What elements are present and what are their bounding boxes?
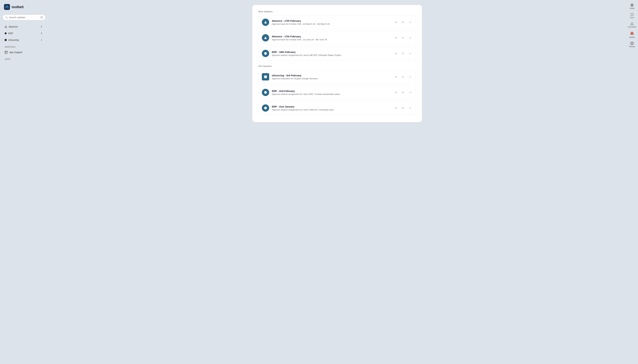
esourcing-square-icon	[5, 39, 7, 41]
old-update-card-1: eSourcing - 3rd February Approve evaluat…	[258, 70, 416, 84]
rail-item-omni[interactable]: Omni	[627, 11, 637, 20]
navigate-btn-nu3[interactable]	[393, 51, 398, 56]
logo-icon	[4, 4, 10, 10]
check-icon	[409, 36, 412, 39]
navigate-btn-ou3[interactable]	[393, 106, 398, 110]
svg-marker-6	[5, 26, 7, 28]
esourcing-icon-ou1	[264, 75, 267, 78]
sidebar-app-support-label: App Support	[9, 51, 22, 54]
launchpad-icon	[630, 22, 634, 26]
absence-icon-2	[264, 36, 267, 40]
rail-item-launchpad[interactable]: Launchpad	[627, 20, 637, 29]
sidebar-item-erp[interactable]: ERP 3	[3, 30, 46, 36]
sidebar-absence-label: Absence	[9, 26, 18, 28]
main-content: New Updates Absence - 17th February Appr…	[48, 0, 626, 364]
x-icon	[401, 75, 404, 78]
svg-line-2	[7, 18, 8, 18]
check-icon	[409, 91, 412, 94]
sidebar: toolbelt Absence 2 ERP 3	[0, 0, 48, 364]
new-update-desc-2: Approve leave for Kristian ASK. 1st June…	[272, 38, 391, 41]
svg-point-18	[264, 52, 267, 55]
content-panel: New Updates Absence - 17th February Appr…	[252, 5, 422, 122]
search-input[interactable]	[9, 16, 39, 19]
search-bar[interactable]	[3, 14, 46, 20]
new-update-title-3: ERP - 16th February	[272, 50, 391, 54]
sidebar-item-esourcing[interactable]: eSourcing 1	[3, 37, 46, 43]
absence-icon-1	[264, 20, 267, 24]
esourcing-badge: 1	[39, 38, 44, 42]
dismiss-btn-ou1[interactable]	[401, 75, 405, 79]
new-update-title-1: Absence - 17th February	[272, 20, 391, 22]
approve-btn-nu1[interactable]	[408, 20, 412, 24]
old-update-desc-3: Approve retainer assignment for Juan CAR…	[272, 108, 391, 111]
services-section-title: Services	[3, 44, 46, 49]
settings-gear-icon	[630, 42, 634, 45]
dismiss-btn-nu3[interactable]	[401, 51, 405, 56]
approve-btn-nu2[interactable]	[408, 36, 412, 40]
x-icon	[401, 106, 404, 110]
update-avatar-ou1	[262, 73, 269, 80]
sidebar-item-absence[interactable]: Absence 2	[3, 24, 46, 30]
svg-marker-37	[631, 22, 633, 25]
rail-settings-label: Settings	[629, 46, 635, 48]
new-update-desc-1: Approve leave for Kristian ASK. 1st Marc…	[272, 23, 391, 25]
arrow-right-icon	[394, 52, 397, 55]
rail-updates-label: Updates	[629, 36, 635, 38]
new-update-title-2: Absence - 17th February	[272, 35, 391, 38]
absence-triangle-icon	[5, 26, 7, 28]
dismiss-btn-nu1[interactable]	[401, 20, 405, 24]
icon-rail: Global Omni Launchpad 6 Updates Settings	[626, 0, 638, 364]
rail-item-global[interactable]: Global	[627, 2, 637, 10]
navigate-btn-nu2[interactable]	[393, 36, 398, 40]
dismiss-btn-nu2[interactable]	[401, 36, 405, 40]
erp-icon-ou2	[264, 91, 267, 94]
rail-item-settings[interactable]: Settings	[627, 40, 637, 49]
approve-btn-ou3[interactable]	[408, 106, 412, 110]
old-update-card-3: ERP - 31st January Approve retainer assi…	[258, 101, 416, 115]
erp-icon-ou3	[264, 106, 267, 110]
logo-text: toolbelt	[12, 5, 24, 9]
arrow-right-icon	[394, 36, 397, 39]
old-updates-section: Old Updates eSourcing - 3rd February App…	[258, 65, 416, 115]
dismiss-btn-ou3[interactable]	[401, 106, 405, 110]
approve-btn-ou2[interactable]	[408, 90, 412, 94]
arrow-right-icon	[394, 75, 397, 78]
rail-launchpad-label: Launchpad	[628, 26, 636, 28]
old-update-desc-1: Approve evaluation for Graphic Design Se…	[272, 77, 391, 80]
x-icon	[401, 52, 404, 55]
rail-omni-label: Omni	[630, 17, 634, 18]
erp-icon-3	[264, 52, 267, 55]
navigate-btn-ou2[interactable]	[393, 90, 398, 94]
navigate-btn-nu1[interactable]	[393, 20, 398, 24]
clear-search-icon[interactable]	[40, 16, 43, 19]
navigate-btn-ou1[interactable]	[393, 75, 398, 79]
svg-point-26	[264, 91, 267, 94]
arrow-right-icon	[394, 21, 397, 24]
x-icon	[401, 36, 404, 39]
app-support-icon	[5, 51, 8, 54]
svg-point-30	[264, 107, 267, 109]
sidebar-esourcing-label: eSourcing	[8, 39, 19, 41]
svg-point-36	[631, 13, 633, 16]
svg-rect-7	[5, 51, 8, 54]
arrow-right-icon	[394, 91, 397, 94]
approve-btn-ou1[interactable]	[408, 75, 412, 79]
dismiss-btn-ou2[interactable]	[401, 90, 405, 94]
sidebar-item-app-support[interactable]: App Support	[3, 49, 46, 56]
absence-badge: 2	[39, 25, 44, 28]
rail-global-label: Global	[630, 8, 634, 9]
x-icon	[401, 21, 404, 24]
update-avatar-2	[262, 34, 269, 42]
check-icon	[409, 21, 412, 24]
new-update-desc-3: Approve retainer assignment for Jenny ME…	[272, 54, 391, 56]
updates-badge: 6	[631, 32, 633, 34]
apps-section-title: Apps	[3, 56, 46, 62]
check-icon	[409, 75, 412, 78]
svg-point-39	[631, 43, 632, 44]
approve-btn-nu3[interactable]	[408, 51, 412, 56]
rail-item-updates[interactable]: 6 Updates	[627, 30, 637, 40]
check-icon	[409, 52, 412, 55]
update-avatar-ou2	[262, 89, 269, 96]
old-update-title-1: eSourcing - 3rd February	[272, 74, 391, 77]
arrow-right-icon	[394, 106, 397, 110]
